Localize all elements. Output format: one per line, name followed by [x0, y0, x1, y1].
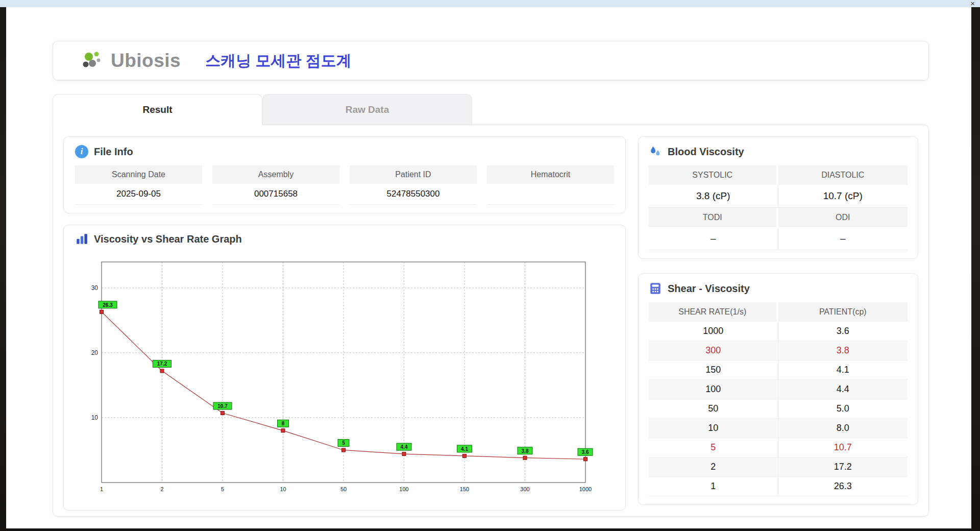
table-cell-shear: 150: [649, 360, 778, 380]
bv-column-header: TODI: [649, 208, 778, 227]
svg-text:1: 1: [100, 486, 103, 492]
bar-chart-icon: [75, 232, 88, 246]
shear-viscosity-card: Shear - Viscosity SHEAR RATE(1/s)PATIENT…: [638, 273, 918, 505]
file-info-field: Assembly000715658: [212, 165, 339, 205]
svg-text:30: 30: [91, 284, 99, 292]
brand-name: Ubiosis: [111, 50, 181, 71]
svg-text:1000: 1000: [579, 486, 592, 492]
svg-text:10: 10: [91, 414, 99, 421]
file-info-field: Scanning Date2025-09-05: [75, 165, 202, 205]
svg-text:26.3: 26.3: [103, 302, 113, 308]
close-icon[interactable]: ×: [970, 0, 975, 8]
content-panel: i File Info Scanning Date2025-09-05Assem…: [53, 125, 929, 517]
svg-text:5: 5: [221, 486, 224, 492]
page-title: 스캐닝 모세관 점도계: [205, 51, 352, 71]
graph-title: Viscosity vs Shear Rate Graph: [94, 233, 242, 245]
svg-text:100: 100: [399, 486, 408, 492]
table-cell-shear: 1000: [649, 322, 778, 341]
svg-text:20: 20: [91, 349, 99, 356]
graph-card: Viscosity vs Shear Rate Graph 1020301251…: [63, 225, 626, 511]
field-label: Patient ID: [350, 165, 477, 184]
brand: Ubiosis: [81, 50, 181, 71]
table-cell-patient: 3.8: [778, 341, 908, 360]
shear-viscosity-title: Shear - Viscosity: [668, 283, 750, 295]
svg-text:8: 8: [282, 421, 285, 426]
table-cell-patient: 10.7: [778, 438, 908, 457]
field-value: [487, 184, 614, 205]
header-card: Ubiosis 스캐닝 모세관 점도계: [53, 41, 929, 81]
table-cell-shear: 2: [649, 457, 778, 477]
file-info-field: Patient ID52478550300: [350, 165, 477, 205]
ubiosis-logo-icon: [81, 50, 107, 71]
field-value: 000715658: [212, 184, 339, 205]
app-window: Ubiosis 스캐닝 모세관 점도계 Result Raw Data i Fi…: [6, 7, 971, 528]
right-column: Blood Viscosity SYSTOLICDIASTOLIC3.8 (cP…: [638, 136, 918, 505]
info-icon: i: [75, 145, 88, 158]
svg-text:4.4: 4.4: [401, 444, 408, 450]
calculator-icon: [649, 282, 662, 295]
svg-text:300: 300: [520, 486, 529, 492]
table-cell-patient: 3.6: [778, 322, 908, 341]
table-cell-patient: 26.3: [778, 477, 908, 496]
droplet-icon: [649, 145, 662, 158]
sv-column-header: SHEAR RATE(1/s): [649, 302, 778, 322]
table-cell-patient: 4.4: [778, 380, 908, 399]
blood-viscosity-table: SYSTOLICDIASTOLIC3.8 (cP)10.7 (cP)TODIOD…: [649, 165, 908, 250]
tab-result[interactable]: Result: [53, 94, 262, 125]
sv-column-header: PATIENT(cp): [778, 302, 908, 322]
graph-header: Viscosity vs Shear Rate Graph: [75, 232, 614, 246]
svg-text:50: 50: [340, 486, 347, 492]
bv-column-header: DIASTOLIC: [778, 165, 908, 185]
svg-text:3.8: 3.8: [522, 448, 529, 454]
file-info-card: i File Info Scanning Date2025-09-05Assem…: [63, 136, 626, 213]
table-cell-shear: 5: [649, 438, 778, 457]
shear-viscosity-header: Shear - Viscosity: [649, 282, 908, 295]
bv-column-header: ODI: [778, 208, 908, 227]
bv-value: –: [778, 227, 908, 250]
blood-viscosity-header: Blood Viscosity: [649, 145, 908, 158]
svg-text:3.6: 3.6: [582, 449, 589, 455]
viscosity-chart-svg: 1020301251050100150300100026.317.210.785…: [78, 250, 594, 501]
left-column: i File Info Scanning Date2025-09-05Assem…: [63, 136, 626, 505]
svg-text:10: 10: [280, 486, 286, 492]
field-label: Hematocrit: [487, 165, 614, 184]
bv-value: –: [649, 227, 778, 250]
svg-text:4.1: 4.1: [461, 446, 468, 452]
bv-column-header: SYSTOLIC: [649, 165, 778, 185]
table-cell-shear: 1: [649, 477, 778, 496]
svg-text:10.7: 10.7: [217, 403, 228, 409]
file-info-field: Hematocrit: [487, 165, 614, 205]
field-value: 2025-09-05: [75, 184, 202, 205]
file-info-fields: Scanning Date2025-09-05Assembly000715658…: [75, 165, 614, 205]
svg-text:150: 150: [460, 486, 469, 492]
field-value: 52478550300: [350, 184, 477, 205]
tab-raw-data[interactable]: Raw Data: [262, 94, 472, 125]
table-cell-patient: 4.1: [778, 360, 908, 380]
table-cell-patient: 5.0: [778, 399, 908, 419]
svg-text:17.2: 17.2: [157, 361, 167, 367]
blood-viscosity-title: Blood Viscosity: [668, 146, 744, 158]
svg-text:2: 2: [160, 486, 163, 492]
svg-text:5: 5: [342, 440, 345, 446]
table-cell-shear: 300: [649, 341, 778, 360]
table-cell-shear: 100: [649, 380, 778, 399]
shear-viscosity-table: SHEAR RATE(1/s)PATIENT(cp)10003.63003.81…: [649, 302, 908, 496]
window-titlebar: ×: [0, 0, 980, 7]
tab-bar: Result Raw Data: [53, 94, 971, 125]
viscosity-chart: 1020301251050100150300100026.317.210.785…: [78, 250, 614, 503]
table-cell-shear: 50: [649, 399, 778, 419]
bv-value: 10.7 (cP): [778, 185, 908, 208]
file-info-title: File Info: [94, 146, 133, 158]
table-cell-patient: 8.0: [778, 419, 908, 438]
table-cell-patient: 17.2: [778, 457, 908, 477]
field-label: Scanning Date: [75, 165, 202, 184]
file-info-header: i File Info: [75, 145, 614, 158]
table-cell-shear: 10: [649, 419, 778, 438]
bv-value: 3.8 (cP): [649, 185, 778, 208]
field-label: Assembly: [212, 165, 339, 184]
blood-viscosity-card: Blood Viscosity SYSTOLICDIASTOLIC3.8 (cP…: [638, 136, 918, 259]
